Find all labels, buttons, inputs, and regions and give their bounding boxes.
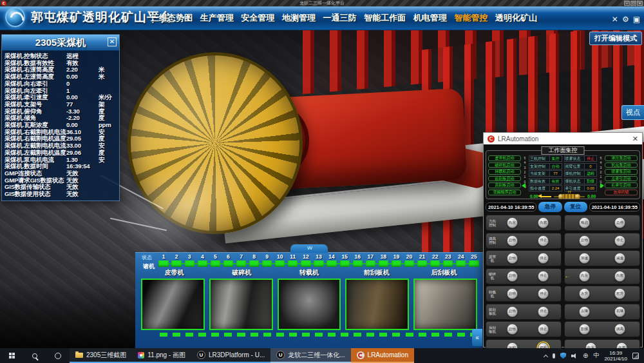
estop-lock-button[interactable]: 急停闭锁 (605, 190, 638, 195)
start-button[interactable]: 转载机启动 (488, 169, 521, 175)
nav-item[interactable]: 一通三防 (323, 12, 357, 24)
round-button[interactable]: 向左 (507, 217, 518, 228)
start-button[interactable]: 喷雾泵启动 (605, 169, 638, 175)
round-button[interactable]: 加速 (579, 253, 590, 264)
round-button[interactable]: 停止 (614, 235, 625, 246)
round-button[interactable]: 启动 (507, 271, 518, 282)
round-button[interactable]: 向左 (579, 271, 590, 282)
round-button[interactable]: 总停 (614, 217, 625, 228)
camera-thumbnail[interactable] (413, 279, 477, 330)
camera-thumbnail[interactable] (345, 279, 409, 330)
taskbar-app-lrautomation[interactable]: LRAutomation (351, 348, 414, 363)
round-button[interactable]: 启动 (579, 235, 590, 246)
round-button[interactable]: 停止 (538, 271, 549, 282)
microphone-icon[interactable] (553, 353, 555, 358)
round-button[interactable]: 调高 (614, 324, 625, 335)
close-icon[interactable]: ✕ (632, 135, 638, 143)
start-button[interactable]: 前刮板启动 (488, 176, 521, 182)
network-globe-icon[interactable]: ⊕ (583, 353, 588, 359)
settings-gear-icon[interactable]: ⚙ (622, 15, 629, 24)
start-button[interactable]: 皮带机启动 (488, 155, 521, 161)
round-button[interactable]: 启动 (507, 235, 518, 246)
start-button[interactable]: 右牵引启动 (605, 182, 638, 188)
start-button[interactable]: 破碎机启动 (488, 162, 521, 168)
taskbar-app-platform[interactable]: U 龙软二三维一体化... (270, 348, 350, 363)
round-button[interactable]: 左升 (579, 288, 590, 299)
taskbar-clock[interactable]: 16:39 2021/4/10 (604, 350, 627, 362)
camera-label: 破碎机 (208, 268, 276, 277)
control-row: 顺启 总停 (564, 215, 640, 231)
nav-item[interactable]: 三维态势图 (151, 12, 193, 24)
nav-item[interactable]: 智能工作面 (364, 12, 406, 24)
nav-item[interactable]: 生产管理 (200, 12, 234, 24)
taskbar-app-paint[interactable]: 11.png - 画图 (132, 348, 191, 363)
start-button[interactable]: 液压泵启动 (605, 155, 638, 161)
marker-right-icon (600, 183, 604, 188)
camera-thumbnail[interactable] (141, 279, 205, 330)
status-dash (209, 333, 222, 337)
hidden-icons-chevron-icon[interactable] (544, 354, 548, 358)
data-label: 采煤机.泵电机电流 (5, 157, 66, 164)
status-block (364, 260, 377, 267)
round-button[interactable]: 停止 (538, 324, 549, 335)
ime-indicator[interactable]: 中 (593, 351, 599, 360)
round-button[interactable]: 停止 (538, 235, 549, 246)
round-button[interactable]: 割煤 (579, 324, 590, 335)
round-button[interactable]: 停止 (538, 306, 549, 317)
nav-item[interactable]: 机电管理 (413, 12, 447, 24)
start-button[interactable]: 左牵引启动 (605, 176, 638, 182)
close-button[interactable]: × (637, 1, 643, 6)
camera-thumbnail[interactable] (278, 279, 341, 330)
nav-item[interactable]: 智能管控 (454, 12, 488, 24)
cortana-icon (55, 353, 61, 359)
search-button[interactable] (23, 348, 46, 363)
shearer-position-slider[interactable]: 77 (554, 193, 585, 199)
round-button[interactable]: 减速 (614, 253, 625, 264)
round-button[interactable]: 右降 (614, 306, 625, 317)
start-button[interactable]: 变频顺序启动 (488, 190, 521, 195)
maximize-button[interactable]: □ (630, 1, 636, 6)
taskbar-app-screenshot-folder[interactable]: 2305三维截图 (70, 348, 132, 363)
lra-titlebar[interactable]: LRAutomation ✕ (484, 133, 642, 144)
minimize-button[interactable]: − (624, 1, 630, 6)
cortana-button[interactable] (46, 348, 70, 363)
round-button[interactable]: 向右 (538, 217, 549, 228)
notification-center-icon[interactable] (632, 353, 639, 359)
chevron-collapse-icon[interactable]: ∨∨ (290, 244, 328, 253)
data-unit: 度 (99, 150, 117, 157)
security-shield-icon[interactable] (560, 353, 566, 359)
round-button[interactable]: 左降 (579, 306, 590, 317)
speaker-icon[interactable] (571, 353, 578, 358)
round-button[interactable]: 启动 (507, 324, 518, 335)
folder-icon (75, 353, 83, 358)
open-edit-mode-button[interactable]: 打开编辑模式 (589, 32, 642, 45)
nav-item[interactable]: 地测管理 (282, 12, 316, 24)
round-button[interactable]: 停止 (538, 253, 549, 264)
panel-collapse-tab[interactable]: « (472, 329, 482, 346)
viewpoint-tab[interactable]: 视点 (621, 105, 644, 120)
round-button[interactable]: 启动 (507, 306, 518, 317)
tools-icon[interactable]: ✕ (612, 15, 618, 24)
close-icon[interactable]: ✕ (108, 37, 117, 46)
scale-left: 5 4 3 2 1 0 -1 (522, 155, 527, 197)
round-button[interactable]: 右升 (614, 288, 625, 299)
restore-layout-icon[interactable]: ▣ (633, 15, 640, 24)
round-button[interactable]: 启动 (507, 288, 518, 299)
round-button[interactable]: 启动 (507, 253, 518, 264)
camera-thumbnail[interactable] (209, 279, 273, 330)
taskbar-app-lr3dplatform[interactable]: U LR3DPlatform - U... (191, 348, 270, 363)
start-button[interactable]: 乳化泵启动 (605, 162, 638, 168)
status-cell: 当前支架 77 (529, 170, 562, 177)
nav-item[interactable]: 安全管理 (241, 12, 274, 24)
status-block (325, 260, 338, 267)
round-button[interactable]: 顺启 (579, 217, 590, 228)
round-button[interactable]: 向右 (614, 271, 625, 282)
reset-button[interactable]: 复位 (564, 202, 587, 212)
status-dash (183, 333, 196, 337)
start-button[interactable] (0, 348, 23, 363)
round-button[interactable]: 停止 (538, 288, 549, 299)
data-row: 采煤机.泵电机电流 1.30 安 (5, 157, 117, 164)
emergency-stop-button[interactable]: 急停 (538, 202, 562, 212)
nav-item[interactable]: 透明化矿山 (495, 12, 537, 24)
start-button[interactable]: 后刮板启动 (488, 182, 521, 188)
